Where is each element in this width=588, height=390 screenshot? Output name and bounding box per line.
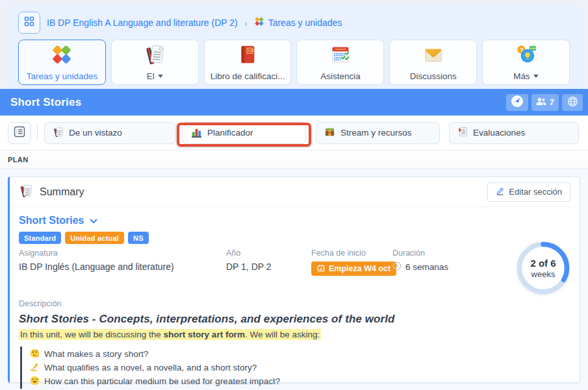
gradebook-icon: GB	[236, 43, 259, 68]
field-value: IB DP Inglés (Language and literature)	[19, 262, 174, 272]
unit-badges: Standard Unidad actual NS	[19, 232, 570, 244]
messenger-icon	[511, 95, 524, 110]
unit-list-button[interactable]	[8, 122, 31, 144]
overview-notebook-icon	[53, 127, 64, 140]
plan-content: Summary Editar sección Short Stories	[0, 169, 588, 390]
field-duration: Duración 6 semanas	[392, 249, 448, 273]
treasure-chest-icon	[324, 127, 335, 140]
nav-card-libro-de-calificaciones[interactable]: GB Libro de calificaci...	[204, 40, 292, 85]
pencil-icon	[496, 187, 504, 197]
tab-label: Evaluaciones	[473, 128, 525, 138]
start-date-text: Empieza W4 oct	[329, 264, 390, 273]
start-date-badge: Empieza W4 oct	[311, 262, 396, 276]
puzzle-mini-icon	[254, 16, 264, 29]
plan-section-label: PLAN	[8, 156, 29, 164]
description-intro: In this unit, we will be discussing the …	[19, 329, 321, 341]
nav-card-label: Más	[513, 71, 530, 81]
nav-card-tareas-y-unidades[interactable]: Tareas y unidades	[18, 40, 106, 85]
unit-tab-bar: De un vistazo Planificador Stream y recu…	[0, 116, 588, 151]
question-text: What makes a story short?	[44, 349, 149, 359]
top-panel: IB DP English A Language and literature …	[5, 5, 583, 89]
summary-card-title: Summary	[40, 186, 84, 198]
members-count: 7	[550, 97, 554, 107]
nav-card-label: Asistencia	[320, 71, 361, 81]
breadcrumb-page-link[interactable]: Tareas y unidades	[268, 18, 342, 28]
chevron-down-icon	[90, 215, 97, 226]
plan-section-header: PLAN	[0, 151, 588, 169]
summary-notebook-icon	[19, 184, 33, 201]
unit-badge: NS	[128, 232, 149, 244]
globe-icon	[567, 96, 578, 109]
tab-evaluaciones[interactable]: Evaluaciones	[449, 122, 579, 144]
nav-card-label: Libro de calificaci...	[211, 71, 285, 81]
question-item: What qualifies as a novel, a novella, an…	[30, 361, 570, 374]
nav-card-el[interactable]: El	[111, 40, 199, 85]
tab-stream-y-recursos[interactable]: Stream y recursos	[316, 122, 440, 144]
description-label: Descripción	[19, 299, 570, 308]
duration-text: 6 semanas	[405, 262, 448, 272]
unit-badge: Standard	[19, 232, 61, 244]
field-year: Año DP 1, DP 2	[226, 249, 272, 272]
description-heading: Short Stories - Concepts, interpretation…	[19, 313, 570, 326]
people-icon	[536, 97, 546, 108]
nav-card-asistencia[interactable]: Asistencia	[296, 40, 384, 85]
help-chat-icon: ?	[515, 43, 537, 68]
list-icon	[14, 126, 25, 140]
guiding-questions: What makes a story short? Wh	[20, 347, 570, 389]
grinning-face-emoji	[30, 376, 40, 387]
writing-hand-emoji	[30, 362, 40, 374]
nav-card-label: Discussions	[410, 71, 457, 81]
notebook-icon	[144, 43, 166, 68]
field-label: Asignatura	[19, 249, 174, 258]
unit-progress-ring: 2 of 6 weeks	[515, 239, 572, 297]
calendar-icon	[317, 264, 325, 274]
breadcrumb-separator: ›	[244, 18, 248, 29]
chevron-down-icon	[533, 75, 539, 78]
puzzle-icon	[51, 43, 73, 68]
edit-section-label: Editar sección	[509, 187, 562, 197]
tab-label: Planificador	[207, 128, 253, 138]
progress-weeks-unit: weeks	[531, 269, 556, 279]
summary-card: Summary Editar sección Short Stories	[8, 177, 580, 383]
edit-section-button[interactable]: Editar sección	[487, 182, 570, 202]
question-item: What makes a story short?	[30, 347, 570, 361]
messenger-button[interactable]	[506, 94, 528, 111]
field-label: Duración	[392, 249, 448, 258]
question-text: What qualifies as a novel, a novella, an…	[44, 363, 257, 372]
nav-card-mas[interactable]: ? Más	[482, 40, 570, 85]
divider	[37, 125, 38, 141]
unit-fields: Asignatura IB DP Inglés (Language and li…	[19, 249, 570, 287]
assessment-doc-icon	[457, 127, 468, 139]
grid-icon	[24, 16, 34, 29]
field-subject: Asignatura IB DP Inglés (Language and li…	[19, 249, 174, 272]
language-button[interactable]	[562, 94, 583, 111]
tab-de-un-vistazo[interactable]: De un vistazo	[44, 122, 176, 144]
nav-cards: Tareas y unidades El	[5, 34, 583, 85]
thinking-face-emoji	[30, 348, 40, 360]
breadcrumb: IB DP English A Language and literature …	[5, 5, 583, 34]
planner-chart-icon	[191, 127, 202, 140]
tab-planificador[interactable]: Planificador	[183, 122, 306, 144]
nav-card-discussions[interactable]: Discussions	[389, 40, 477, 85]
question-text: How can this particular medium be used f…	[44, 376, 280, 386]
unit-title-link[interactable]: Short Stories	[19, 215, 97, 226]
question-item: How can this particular medium be used f…	[30, 374, 570, 388]
clock-icon	[392, 262, 402, 273]
tab-label: De un vistazo	[69, 128, 122, 138]
unit-title-bar: Short Stories 7	[0, 89, 588, 116]
apps-grid-button[interactable]	[18, 12, 40, 34]
nav-card-label: El	[147, 71, 155, 81]
members-button[interactable]: 7	[531, 94, 559, 111]
field-label: Año	[226, 249, 272, 258]
field-value: DP 1, DP 2	[226, 262, 272, 272]
tab-label: Stream y recursos	[340, 128, 412, 138]
nav-card-label: Tareas y unidades	[27, 71, 98, 81]
unit-title: Short Stories	[10, 96, 81, 109]
progress-weeks-label: 2 of 6	[530, 258, 556, 269]
breadcrumb-course-link[interactable]: IB DP English A Language and literature …	[47, 18, 238, 28]
svg-text:GB: GB	[248, 49, 254, 53]
unit-badge: Unidad actual	[65, 232, 124, 244]
envelope-icon	[422, 43, 444, 68]
field-start-date: Fecha de inicio Empieza W4 oct	[311, 249, 396, 276]
unit-title-text: Short Stories	[19, 215, 84, 226]
